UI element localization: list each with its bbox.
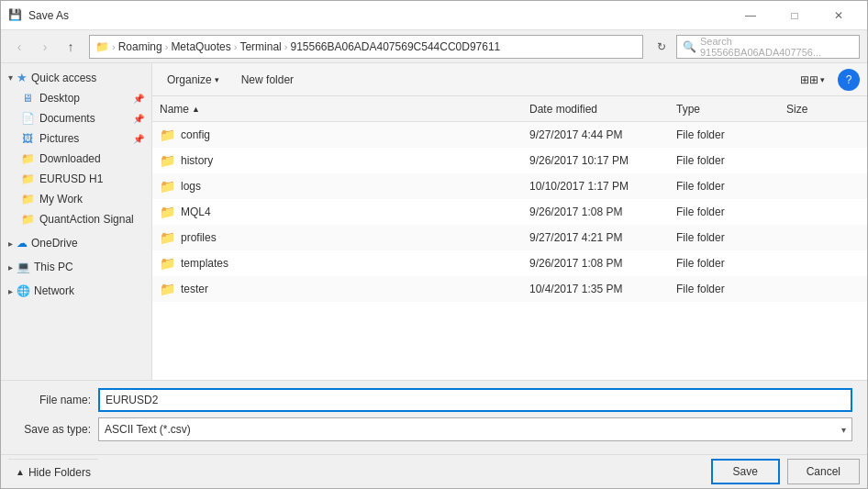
folder-icon: 📁: [160, 128, 175, 142]
network-section: ▸ 🌐 Network: [1, 281, 151, 301]
organize-dropdown-icon: ▾: [215, 75, 219, 84]
table-row[interactable]: 📁 config 9/27/2017 4:44 PM File folder: [152, 122, 867, 148]
help-button[interactable]: ?: [838, 69, 860, 91]
hide-folders-button[interactable]: ▲ Hide Folders: [8, 459, 98, 484]
thispc-label: This PC: [34, 261, 73, 273]
quick-access-label: Quick access: [31, 72, 96, 84]
sidebar-item-eurusd-label: EURUSD H1: [39, 172, 103, 185]
main-area: ▾ ★ Quick access 🖥 Desktop 📌 📄 Documents…: [1, 63, 867, 380]
window-controls: — □ ✕: [729, 2, 860, 29]
quick-access-collapse-icon: ▾: [8, 72, 13, 83]
table-row[interactable]: 📁 logs 10/10/2017 1:17 PM File folder: [152, 173, 867, 199]
hide-folders-label: Hide Folders: [28, 466, 91, 479]
window-title: Save As: [28, 9, 729, 22]
breadcrumb-folder-icon: 📁: [95, 40, 109, 53]
close-button[interactable]: ✕: [818, 2, 860, 29]
sidebar-item-desktop[interactable]: 🖥 Desktop 📌: [1, 88, 151, 108]
col-header-date[interactable]: Date modified: [529, 103, 676, 116]
file-type-cell: File folder: [676, 206, 786, 218]
search-placeholder: Search 915566BA06ADA407756...: [700, 36, 853, 58]
quantaction-icon: 📁: [19, 212, 36, 227]
filetype-value: ASCII Text (*.csv): [105, 423, 841, 436]
onedrive-item[interactable]: ▸ ☁ OneDrive: [1, 233, 151, 253]
view-button[interactable]: ⊞⊞ ▾: [795, 70, 830, 90]
sort-arrow-icon: ▲: [192, 105, 200, 114]
eurusd-icon: 📁: [19, 172, 36, 186]
network-collapse-icon: ▸: [8, 286, 13, 296]
file-name-cell: 📁 MQL4: [160, 205, 529, 219]
sidebar-item-mywork-label: My Work: [39, 193, 83, 206]
breadcrumb-roaming[interactable]: Roaming: [118, 40, 162, 53]
breadcrumb-metaquotes[interactable]: MetaQuotes: [171, 40, 230, 53]
sidebar-item-quantaction[interactable]: 📁 QuantAction Signal: [1, 209, 151, 229]
table-row[interactable]: 📁 history 9/26/2017 10:17 PM File folder: [152, 148, 867, 173]
minimize-button[interactable]: —: [729, 2, 772, 29]
col-header-type[interactable]: Type: [676, 103, 786, 116]
filename-input[interactable]: [98, 388, 852, 412]
file-name-cell: 📁 history: [160, 153, 529, 168]
thispc-item[interactable]: ▸ 💻 This PC: [1, 257, 151, 277]
organize-label: Organize: [167, 73, 212, 86]
desktop-pin-icon: 📌: [133, 94, 144, 104]
refresh-button[interactable]: ↻: [651, 36, 673, 58]
bottom-area: File name: Save as type: ASCII Text (*.c…: [1, 380, 867, 454]
sidebar-item-documents-label: Documents: [39, 112, 95, 125]
search-bar[interactable]: 🔍 Search 915566BA06ADA407756...: [676, 35, 860, 59]
sidebar-item-desktop-label: Desktop: [39, 92, 80, 105]
breadcrumb-bar[interactable]: 📁 › Roaming › MetaQuotes › Terminal › 91…: [89, 35, 643, 59]
content-area: Organize ▾ New folder ⊞⊞ ▾ ? Name: [152, 63, 867, 380]
onedrive-cloud-icon: ☁: [17, 237, 28, 250]
folder-icon: 📁: [160, 282, 175, 296]
downloaded-icon: 📁: [19, 151, 36, 166]
view-grid-icon: ⊞⊞: [800, 73, 818, 86]
quick-access-header[interactable]: ▾ ★ Quick access: [1, 67, 151, 88]
table-row[interactable]: 📁 MQL4 9/26/2017 1:08 PM File folder: [152, 199, 867, 225]
network-item[interactable]: ▸ 🌐 Network: [1, 281, 151, 301]
sidebar-item-downloaded[interactable]: 📁 Downloaded: [1, 149, 151, 169]
documents-icon: 📄: [19, 111, 36, 126]
file-rows-container: 📁 config 9/27/2017 4:44 PM File folder 📁…: [152, 122, 867, 302]
back-button[interactable]: ‹: [8, 36, 30, 58]
file-date-cell: 9/27/2017 4:21 PM: [529, 231, 676, 244]
file-name-cell: 📁 tester: [160, 282, 529, 296]
table-row[interactable]: 📁 profiles 9/27/2017 4:21 PM File folder: [152, 225, 867, 250]
sidebar-item-pictures[interactable]: 🖼 Pictures 📌: [1, 128, 151, 149]
filetype-select[interactable]: ASCII Text (*.csv) ▾: [98, 417, 852, 441]
file-date-cell: 9/26/2017 1:08 PM: [529, 206, 676, 218]
sidebar-item-documents[interactable]: 📄 Documents 📌: [1, 108, 151, 128]
organize-button[interactable]: Organize ▾: [160, 70, 227, 90]
view-dropdown-icon: ▾: [820, 75, 825, 84]
pictures-icon: 🖼: [19, 131, 36, 146]
file-type-cell: File folder: [676, 257, 786, 270]
up-button[interactable]: ↑: [60, 36, 82, 58]
search-icon: 🔍: [683, 40, 696, 53]
new-folder-button[interactable]: New folder: [234, 70, 301, 90]
table-row[interactable]: 📁 tester 10/4/2017 1:35 PM File folder: [152, 276, 867, 302]
maximize-button[interactable]: □: [773, 2, 816, 29]
filetype-row: Save as type: ASCII Text (*.csv) ▾: [16, 417, 852, 441]
col-header-name[interactable]: Name ▲: [160, 103, 529, 116]
breadcrumb-terminal[interactable]: Terminal: [239, 40, 281, 53]
col-header-size[interactable]: Size: [786, 103, 860, 116]
documents-pin-icon: 📌: [133, 114, 144, 124]
file-date-cell: 10/4/2017 1:35 PM: [529, 283, 676, 295]
sidebar-item-eurusd[interactable]: 📁 EURUSD H1: [1, 169, 151, 189]
address-toolbar: ‹ › ↑ 📁 › Roaming › MetaQuotes › Termina…: [1, 30, 867, 63]
cancel-button[interactable]: Cancel: [787, 459, 860, 484]
breadcrumb-hash[interactable]: 915566BA06ADA407569C544CC0D97611: [290, 40, 500, 53]
file-name-cell: 📁 templates: [160, 256, 529, 271]
onedrive-label: OneDrive: [31, 237, 78, 250]
table-row[interactable]: 📁 templates 9/26/2017 1:08 PM File folde…: [152, 250, 867, 276]
sidebar-item-pictures-label: Pictures: [39, 132, 79, 145]
sidebar-item-mywork[interactable]: 📁 My Work: [1, 189, 151, 209]
onedrive-section: ▸ ☁ OneDrive: [1, 233, 151, 253]
file-date-cell: 9/26/2017 1:08 PM: [529, 257, 676, 270]
thispc-section: ▸ 💻 This PC: [1, 257, 151, 277]
filetype-dropdown-icon: ▾: [841, 425, 846, 435]
hide-folders-chevron-icon: ▲: [16, 467, 25, 477]
save-button[interactable]: Save: [711, 459, 780, 484]
forward-button[interactable]: ›: [34, 36, 56, 58]
pictures-pin-icon: 📌: [133, 134, 144, 144]
quick-access-star-icon: ★: [17, 71, 28, 84]
folder-icon: 📁: [160, 153, 175, 168]
